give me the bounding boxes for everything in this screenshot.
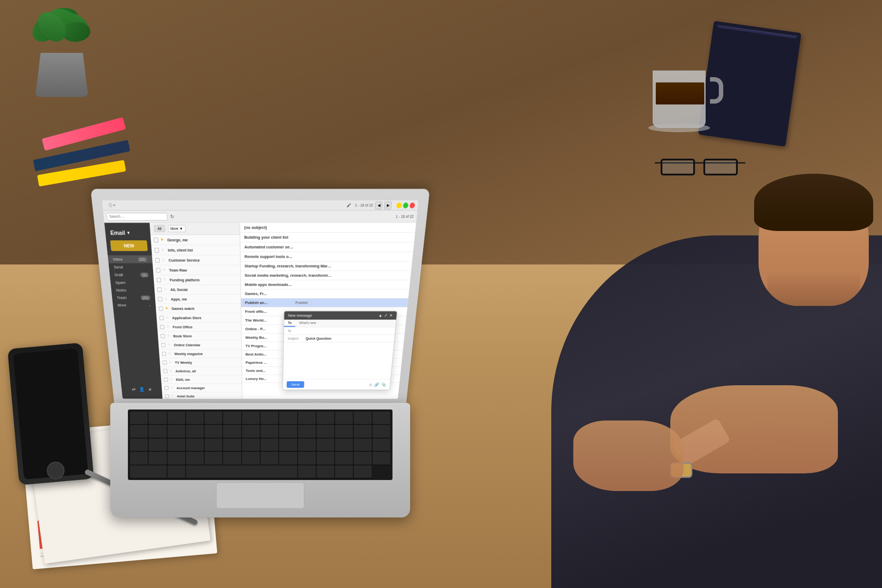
preview-row[interactable]: Startup Funding, research, transforming …	[241, 262, 412, 271]
key[interactable]	[354, 465, 371, 478]
key[interactable]	[279, 425, 297, 437]
email-checkbox[interactable]	[164, 386, 169, 390]
sidebar-item-send[interactable]: Send	[108, 263, 153, 271]
sidebar-item-more[interactable]: More –	[112, 301, 156, 309]
filter-all[interactable]: All	[154, 225, 165, 232]
key[interactable]	[130, 439, 148, 451]
email-row-hotel[interactable]: ☆ Hotel Suite	[162, 392, 242, 399]
email-row-tvweekly[interactable]: ☆ TV Weekly	[160, 358, 242, 367]
email-row-games[interactable]: ★ Games watch	[156, 304, 241, 313]
key[interactable]	[168, 412, 185, 424]
key[interactable]	[317, 439, 334, 451]
key[interactable]	[149, 412, 166, 424]
key[interactable]	[354, 425, 371, 437]
email-checkbox[interactable]	[164, 377, 168, 381]
preview-row[interactable]: Building your client list	[240, 233, 415, 242]
email-checkbox[interactable]	[153, 237, 158, 242]
star-icon[interactable]: ☆	[165, 315, 170, 320]
star-icon[interactable]: ☆	[169, 369, 174, 373]
key[interactable]	[261, 412, 278, 424]
key[interactable]	[149, 452, 166, 464]
star-icon[interactable]: ☆	[161, 247, 166, 253]
key[interactable]	[149, 425, 166, 437]
email-checkbox[interactable]	[161, 334, 165, 338]
star-icon[interactable]: ☆	[171, 394, 176, 398]
email-row-customer[interactable]: ☆ Customer Service	[152, 255, 240, 265]
attach-icon[interactable]: 📎	[381, 382, 386, 387]
email-checkbox[interactable]	[162, 352, 166, 356]
key[interactable]	[373, 425, 390, 437]
key[interactable]	[298, 425, 316, 437]
key[interactable]	[205, 439, 222, 451]
email-row-calendar[interactable]: ☆ Online Calendar	[158, 341, 241, 350]
star-icon[interactable]: ★	[160, 237, 165, 242]
key[interactable]	[298, 412, 316, 424]
star-icon[interactable]: ☆	[168, 351, 172, 356]
email-checkbox[interactable]	[162, 360, 167, 364]
key[interactable]	[335, 439, 353, 451]
key[interactable]	[223, 412, 241, 424]
sidebar-item-notes[interactable]: Notes	[111, 287, 155, 294]
key[interactable]	[298, 465, 316, 478]
email-row-info[interactable]: ☆ Info, client list	[151, 245, 240, 255]
email-row-george[interactable]: ★ George, me	[150, 235, 240, 245]
key[interactable]	[279, 412, 297, 424]
key[interactable]	[298, 439, 316, 451]
key[interactable]	[354, 439, 371, 451]
key[interactable]	[168, 452, 185, 464]
key[interactable]	[335, 425, 353, 437]
laptop-screen[interactable]: ⓘ ≡ 🎤 1 - 18 of 22 ◀ ▶ ↻ 1 - 18 of 22	[102, 201, 418, 399]
key[interactable]	[242, 425, 260, 437]
link-icon[interactable]: 🔗	[374, 382, 379, 387]
contacts-icon[interactable]: 👤	[138, 387, 144, 392]
spacebar-key[interactable]	[186, 465, 297, 478]
email-checkbox[interactable]	[158, 297, 162, 301]
key[interactable]	[335, 465, 353, 478]
starred-icon[interactable]: ★	[148, 387, 152, 392]
preview-row[interactable]: Mobile apps downloads statistics	[241, 280, 410, 290]
key[interactable]	[186, 452, 204, 464]
key[interactable]	[130, 465, 167, 478]
email-checkbox[interactable]	[161, 343, 166, 347]
sidebar-item-trash[interactable]: Trash (21)	[112, 294, 155, 301]
to-input[interactable]	[306, 329, 392, 333]
key[interactable]	[298, 452, 316, 464]
key[interactable]	[317, 452, 334, 464]
key[interactable]	[168, 439, 185, 451]
nav-prev-icon[interactable]: ◀	[375, 201, 383, 209]
nav-next-icon[interactable]: ▶	[384, 201, 392, 209]
email-checkbox[interactable]	[157, 287, 162, 292]
star-icon[interactable]: ☆	[169, 377, 174, 382]
email-row-apps[interactable]: ☆ Apps, me	[155, 294, 241, 304]
key[interactable]	[373, 452, 390, 464]
email-row-account[interactable]: ☆ Account manager	[161, 384, 242, 392]
preview-row[interactable]: Automated customer service	[240, 242, 414, 252]
key[interactable]	[279, 439, 297, 451]
star-icon[interactable]: ☆	[168, 360, 173, 365]
email-checkbox[interactable]	[159, 316, 164, 320]
key[interactable]	[242, 412, 260, 424]
email-row-funding[interactable]: ☆ Funding platform	[153, 275, 240, 285]
star-icon[interactable]: ☆	[170, 386, 175, 390]
key[interactable]	[317, 412, 334, 424]
star-icon[interactable]: ☆	[164, 297, 169, 301]
email-checkbox[interactable]	[163, 369, 168, 373]
star-icon[interactable]: ☆	[167, 342, 172, 347]
send-button[interactable]: Send	[287, 381, 304, 388]
key[interactable]	[205, 412, 222, 424]
key[interactable]	[205, 425, 222, 437]
tab-whatsnew[interactable]: What's new	[295, 320, 320, 327]
email-row-bookstore[interactable]: ☆ Book Store	[157, 331, 241, 340]
search-input[interactable]	[106, 212, 168, 220]
email-checkbox[interactable]	[159, 306, 163, 311]
key[interactable]	[168, 425, 185, 437]
filter-icon[interactable]: ⇄	[131, 387, 135, 392]
preview-row-publish[interactable]: Publish an... Publish	[241, 298, 408, 307]
email-checkbox[interactable]	[155, 258, 160, 263]
key[interactable]	[186, 412, 204, 424]
key[interactable]	[130, 425, 148, 437]
preview-row[interactable]: Games, Fr...	[241, 290, 409, 299]
preview-row[interactable]: Social media marketing, research, transf…	[241, 271, 411, 280]
key[interactable]	[186, 425, 204, 437]
star-icon[interactable]: ☆	[167, 334, 172, 339]
